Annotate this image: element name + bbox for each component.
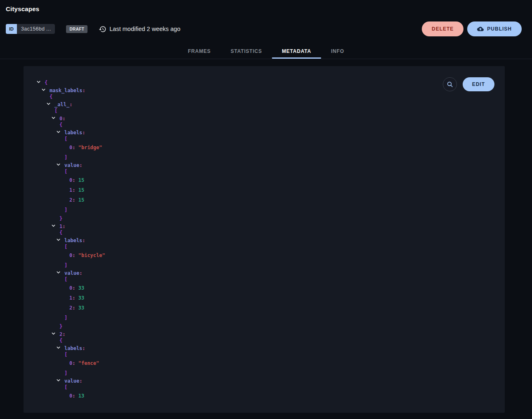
tree-space: [75, 393, 78, 399]
tree-line: value:: [36, 160, 505, 168]
tree-space: [75, 305, 78, 311]
chevron-down-icon[interactable]: [56, 345, 64, 351]
tree-line: [: [36, 384, 505, 390]
tree-bracket: {: [59, 338, 62, 343]
tree-line: 1:: [36, 221, 505, 229]
tree-value: "bridge": [78, 145, 102, 150]
tree-value: "bicycle": [78, 252, 105, 258]
tree-value: 13: [78, 393, 84, 399]
tree-space: [75, 252, 78, 258]
tree-line: 0:: [36, 114, 505, 121]
tree-line: labels:: [36, 128, 505, 136]
tree-key: mask_labels: [50, 88, 82, 93]
tab-info[interactable]: INFO: [321, 43, 354, 59]
tree-bracket: ]: [64, 155, 67, 160]
chevron-down-icon[interactable]: [56, 130, 64, 136]
tree-line: 0: 13: [36, 390, 505, 400]
tree-line: ]: [36, 204, 505, 213]
chevron-down-icon[interactable]: [36, 80, 45, 86]
tree-bracket: [: [64, 276, 67, 282]
id-label: ID: [6, 24, 17, 34]
chevron-down-icon[interactable]: [51, 116, 59, 121]
tree-space: [75, 177, 78, 183]
search-button[interactable]: [443, 77, 457, 91]
tree-line: ]: [36, 367, 505, 376]
tree-line: _all_:: [36, 100, 505, 107]
tree-key: labels: [64, 130, 82, 136]
page-title: Cityscapes: [6, 5, 532, 12]
tree-bracket: {: [45, 80, 47, 86]
tree-line: {: [36, 121, 505, 128]
tree-bracket: [: [64, 352, 67, 357]
tree-line: ]: [36, 400, 505, 402]
tree-value: 33: [78, 305, 84, 311]
tree-line: }: [36, 213, 505, 221]
tree-key: value: [64, 378, 79, 384]
chevron-down-icon[interactable]: [56, 378, 64, 384]
tree-line: ]: [36, 312, 505, 321]
tree-key: value: [64, 270, 79, 276]
tree-value: 15: [78, 197, 84, 203]
tree-line: [: [36, 276, 505, 282]
status-badge: DRAFT: [66, 25, 87, 33]
publish-button[interactable]: PUBLISH: [467, 21, 522, 36]
tree-colon: :: [79, 162, 82, 168]
tree-line: 0: "fence": [36, 357, 505, 367]
tab-metadata[interactable]: METADATA: [272, 43, 321, 59]
json-tree[interactable]: {mask_labels:{_all_:[0:{labels:[0: "brid…: [24, 66, 505, 402]
tree-space: [75, 360, 78, 366]
tree-space: [75, 295, 78, 301]
delete-button[interactable]: DELETE: [422, 21, 463, 36]
tree-line: value:: [36, 268, 505, 276]
tree-line: [: [36, 168, 505, 174]
tree-colon: :: [62, 224, 65, 229]
tree-line: 0: 15: [36, 174, 505, 184]
tree-colon: :: [79, 270, 82, 276]
tree-line: labels:: [36, 236, 505, 243]
tree-bracket: ]: [64, 315, 67, 321]
tree-bracket: }: [59, 216, 62, 221]
panel-actions: EDIT: [443, 77, 494, 91]
tree-bracket: [: [54, 108, 57, 114]
dataset-id-badge[interactable]: ID 3ac156bd ...: [6, 24, 55, 34]
metadata-panel: EDIT {mask_labels:{_all_:[0:{labels:[0: …: [24, 66, 505, 413]
last-modified-text: Last modified 2 weeks ago: [109, 26, 180, 32]
chevron-down-icon[interactable]: [51, 224, 59, 229]
tab-bar: FRAMESSTATISTICSMETADATAINFO: [0, 43, 532, 59]
tree-key: _all_: [54, 102, 69, 107]
tree-bracket: {: [59, 122, 62, 128]
last-modified: Last modified 2 weeks ago: [99, 25, 180, 33]
tree-line: 0: "bridge": [36, 142, 505, 152]
tree-line: value:: [36, 376, 505, 384]
chevron-down-icon[interactable]: [51, 331, 59, 337]
tab-statistics[interactable]: STATISTICS: [221, 43, 272, 59]
tree-space: [75, 285, 78, 291]
tree-bracket: [: [64, 244, 67, 250]
tree-line: ]: [36, 152, 505, 160]
tree-line: labels:: [36, 343, 505, 351]
history-icon: [99, 25, 106, 33]
tree-line: ]: [36, 259, 505, 268]
tree-bracket: }: [59, 324, 62, 329]
tree-line: mask_labels:: [36, 86, 505, 93]
tree-colon: :: [79, 378, 82, 384]
tree-bracket: {: [50, 94, 52, 100]
chevron-down-icon[interactable]: [56, 162, 64, 168]
tree-value: 15: [78, 177, 84, 183]
tree-bracket: {: [59, 230, 62, 236]
content-area: EDIT {mask_labels:{_all_:[0:{labels:[0: …: [0, 59, 532, 413]
tree-line: 2:: [36, 329, 505, 337]
tree-colon: :: [62, 331, 65, 337]
tree-bracket: ]: [64, 207, 67, 213]
tree-value: 33: [78, 295, 84, 301]
tab-frames[interactable]: FRAMES: [178, 43, 220, 59]
tree-line: 2: 33: [36, 302, 505, 312]
chevron-down-icon[interactable]: [56, 238, 64, 243]
tree-key: labels: [64, 345, 82, 351]
chevron-down-icon[interactable]: [41, 88, 50, 93]
tree-line: 2: 15: [36, 194, 505, 204]
edit-button[interactable]: EDIT: [463, 77, 494, 91]
meta-row: ID 3ac156bd ... DRAFT Last modified 2 we…: [6, 21, 532, 36]
chevron-down-icon[interactable]: [56, 270, 64, 276]
chevron-down-icon[interactable]: [46, 102, 54, 107]
